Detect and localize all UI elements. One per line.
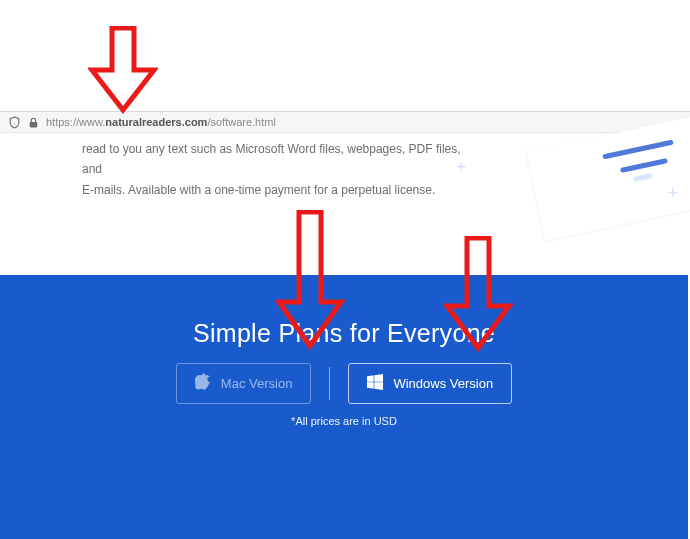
url-path: /software.html bbox=[207, 116, 275, 128]
button-divider bbox=[329, 367, 330, 400]
apple-icon bbox=[195, 373, 211, 394]
plus-icon: + bbox=[667, 183, 678, 204]
annotation-arrow-1 bbox=[88, 26, 158, 114]
intro-paragraph: read to you any text such as Microsoft W… bbox=[82, 139, 482, 200]
intro-line-2: E-mails. Available with a one-time payme… bbox=[82, 183, 435, 197]
plans-title: Simple Plans for Everyone bbox=[0, 319, 688, 348]
mac-version-button[interactable]: Mac Version bbox=[176, 363, 312, 404]
browser-address-bar[interactable]: https://www.naturalreaders.com/software.… bbox=[0, 111, 690, 133]
mac-version-label: Mac Version bbox=[221, 376, 293, 391]
svg-rect-0 bbox=[30, 121, 38, 126]
intro-line-1: read to you any text such as Microsoft W… bbox=[82, 142, 461, 176]
windows-version-label: Windows Version bbox=[393, 376, 493, 391]
plus-icon: + bbox=[456, 157, 467, 178]
lock-icon bbox=[27, 116, 40, 129]
version-button-row: Mac Version Windows Version bbox=[0, 363, 688, 404]
windows-version-button[interactable]: Windows Version bbox=[348, 363, 512, 404]
price-note: *All prices are in USD bbox=[0, 415, 688, 427]
page-content: read to you any text such as Microsoft W… bbox=[0, 133, 688, 539]
url-text[interactable]: https://www.naturalreaders.com/software.… bbox=[46, 116, 276, 128]
windows-icon bbox=[367, 374, 383, 393]
shield-icon bbox=[8, 116, 21, 129]
url-prefix: https://www. bbox=[46, 116, 105, 128]
decorative-card bbox=[525, 116, 690, 242]
plans-section: Simple Plans for Everyone Mac Version Wi… bbox=[0, 275, 688, 539]
url-host: naturalreaders.com bbox=[105, 116, 207, 128]
